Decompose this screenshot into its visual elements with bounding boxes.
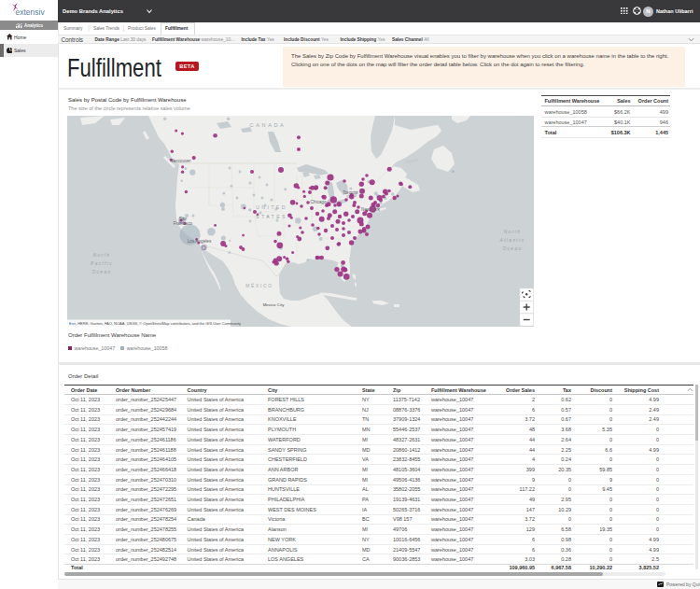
svg-text:CANADA: CANADA [250,122,287,128]
svg-text:Chicago: Chicago [310,200,327,204]
svg-text:North: North [504,230,522,234]
svg-text:Toronto: Toronto [343,190,357,195]
svg-text:extensiv: extensiv [16,7,46,17]
svg-text:Pacific: Pacific [91,261,113,266]
svg-text:Ocean: Ocean [91,270,111,274]
svg-text:STATES: STATES [256,214,287,219]
svg-text:Esri: Esri [69,321,76,326]
svg-text:Los Angeles: Los Angeles [188,239,212,244]
svg-text:Ocean: Ocean [502,246,522,251]
svg-text:North: North [93,253,111,258]
svg-text:Atlantic: Atlantic [499,238,525,243]
svg-text:Vancouver: Vancouver [170,159,191,163]
svg-text:New York: New York [361,207,380,212]
svg-text:Mexico City: Mexico City [263,302,285,307]
svg-text:UNITED: UNITED [256,204,287,210]
svg-text:MÉXICO: MÉXICO [245,283,273,288]
svg-text:Francisco: Francisco [174,221,193,226]
svg-text:, HERE, Garmin, FAO, NOAA, USG: , HERE, Garmin, FAO, NOAA, USGS, © OpenS… [76,321,241,326]
